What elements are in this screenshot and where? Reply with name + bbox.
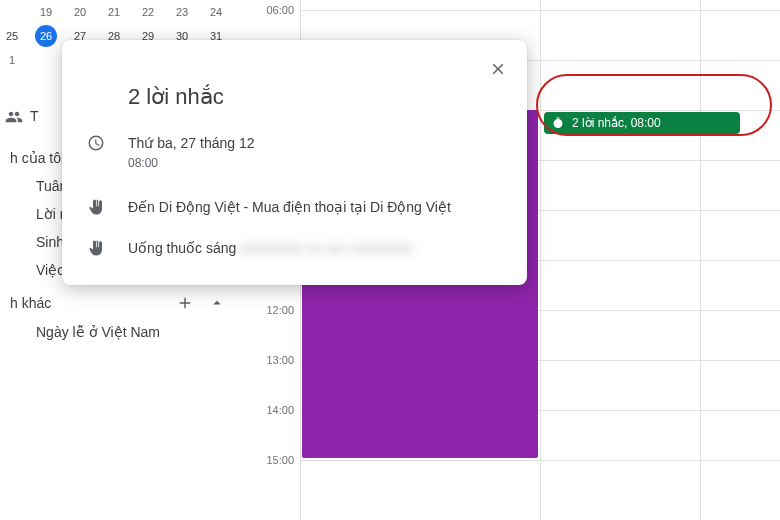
other-calendars-header[interactable]: h khác bbox=[0, 284, 240, 318]
clock-icon bbox=[82, 134, 110, 152]
minical-day[interactable] bbox=[0, 0, 29, 24]
blurred-text: xxxxxxxxx xx xxx xxxxxxxxx bbox=[240, 240, 413, 256]
reminder-text: Uống thuốc sáng xxxxxxxxx xx xxx xxxxxxx… bbox=[128, 239, 413, 259]
hour-label: 12:00 bbox=[240, 304, 300, 316]
minical-day[interactable]: 1 bbox=[0, 48, 29, 72]
hand-icon bbox=[82, 198, 110, 216]
reminder-chip[interactable]: 2 lời nhắc, 08:00 bbox=[544, 112, 740, 134]
reminder-icon bbox=[552, 116, 564, 130]
hour-label: 15:00 bbox=[240, 454, 300, 466]
minical-day[interactable]: 23 bbox=[165, 0, 199, 24]
chevron-up-icon[interactable] bbox=[208, 294, 226, 312]
hand-icon bbox=[82, 239, 110, 257]
minical-today[interactable]: 26 bbox=[29, 24, 63, 48]
hour-label: 06:00 bbox=[240, 4, 300, 16]
close-icon bbox=[489, 60, 507, 78]
minical-day[interactable]: 19 bbox=[29, 0, 63, 24]
hour-label: 14:00 bbox=[240, 404, 300, 416]
minical-day[interactable]: 22 bbox=[131, 0, 165, 24]
minical-day[interactable]: 25 bbox=[0, 24, 29, 48]
sidebar-item-label: Ngày lễ ở Việt Nam bbox=[36, 324, 160, 340]
close-button[interactable] bbox=[479, 50, 517, 88]
reminder-chip-label: 2 lời nhắc, 08:00 bbox=[572, 116, 661, 130]
popup-date: Thứ ba, 27 tháng 12 bbox=[128, 134, 255, 154]
popup-title: 2 lời nhắc bbox=[128, 84, 507, 110]
popup-time: 08:00 bbox=[128, 156, 255, 170]
hour-label: 13:00 bbox=[240, 354, 300, 366]
people-icon bbox=[5, 108, 23, 126]
minical-day[interactable]: 21 bbox=[97, 0, 131, 24]
plus-icon[interactable] bbox=[176, 294, 194, 312]
minical-day[interactable]: 20 bbox=[63, 0, 97, 24]
other-calendars-label: h khác bbox=[10, 295, 51, 311]
sidebar-item-cal[interactable]: Ngày lễ ở Việt Nam bbox=[0, 318, 240, 346]
people-search-label[interactable]: T bbox=[30, 108, 39, 124]
reminder-text: Đến Di Động Việt - Mua điện thoại tại Di… bbox=[128, 198, 451, 218]
event-popup: 2 lời nhắc Thứ ba, 27 tháng 12 08:00 Đến… bbox=[62, 40, 527, 285]
minical-day[interactable]: 24 bbox=[199, 0, 233, 24]
